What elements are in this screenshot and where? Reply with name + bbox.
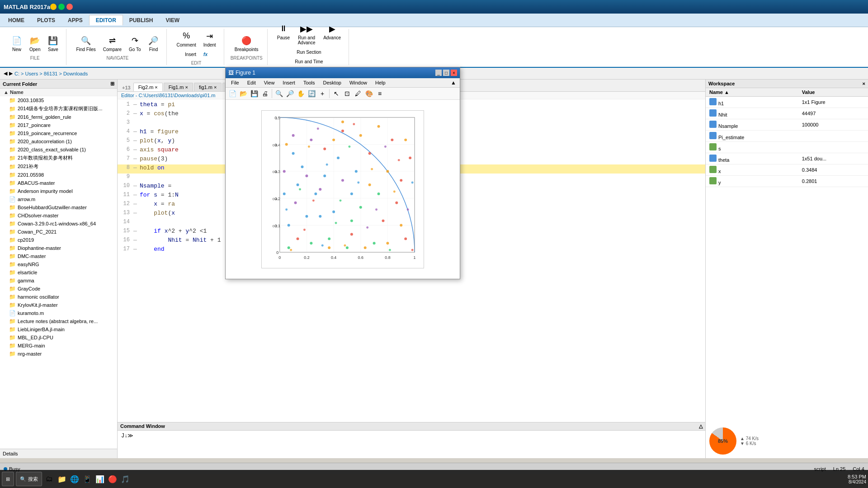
editor-tab-fig1[interactable]: Fig1.m × <box>164 83 193 91</box>
file-item[interactable]: Lecture notes (abstract algebra, re... <box>0 317 117 325</box>
file-item[interactable]: Diophantine-master <box>0 244 117 252</box>
file-item[interactable]: KrylovKit.jl-master <box>0 301 117 309</box>
start-button[interactable]: ⊞ <box>2 472 14 486</box>
comment-button[interactable]: % Comment <box>173 29 199 49</box>
fig-menu-edit[interactable]: Edit <box>244 79 259 86</box>
advance-button[interactable]: ▶ Advance <box>320 22 344 47</box>
fig-menu-view[interactable]: View <box>260 79 278 86</box>
file-item[interactable]: 2020_class_exact_solvable (1) <box>0 145 117 154</box>
compare-button[interactable]: ⇌ Compare <box>100 33 125 54</box>
tab-plots[interactable]: PLOTS <box>31 15 61 25</box>
fig-tool-legend[interactable]: ≡ <box>375 89 385 99</box>
fig-menu-desktop[interactable]: Desktop <box>320 79 345 86</box>
fig-menu-file[interactable]: File <box>227 79 243 86</box>
ws-row-x[interactable]: x 0.3484 <box>706 164 868 176</box>
file-item[interactable]: GrayCode <box>0 285 117 293</box>
open-button[interactable]: 📂 Open <box>26 33 43 54</box>
fig-maximize-button[interactable]: □ <box>443 70 449 76</box>
tab-editor[interactable]: EDITOR <box>89 15 123 25</box>
fig-menu-tools[interactable]: Tools <box>300 79 319 86</box>
ws-row-nhit[interactable]: Nhit 44497 <box>706 108 868 119</box>
search-button[interactable]: 🔍 搜索 <box>16 472 42 486</box>
fig-menu-help[interactable]: Help <box>372 79 389 86</box>
fig-tool-pan[interactable]: ✋ <box>296 89 306 99</box>
file-item[interactable]: cp2019 <box>0 236 117 244</box>
file-item[interactable]: 2020_autocorrelation (1) <box>0 137 117 145</box>
fig-titlebar[interactable]: 🖼 Figure 1 _ □ × <box>226 67 460 78</box>
fig-tool-select[interactable]: ⊡ <box>342 89 352 99</box>
file-item[interactable]: easyNRG <box>0 260 117 268</box>
ws-row-pi-estimate[interactable]: Pi_estimate <box>706 131 868 142</box>
fx-button[interactable]: fx <box>200 50 211 59</box>
insert-button[interactable]: Insert <box>182 50 199 59</box>
file-item[interactable]: 2201.05598 <box>0 171 117 179</box>
run-section-button[interactable]: Run Section <box>293 48 324 56</box>
file-item[interactable]: 2019_poincare_recurrence <box>0 129 117 137</box>
go-to-button[interactable]: ↷ Go To <box>126 33 144 54</box>
file-item[interactable]: 2003.10835 <box>0 96 117 104</box>
find-files-button[interactable]: 🔍 Find Files <box>73 33 99 54</box>
file-item[interactable]: 2021补考 <box>0 162 117 171</box>
nav-back-icon[interactable]: ◀ <box>4 70 7 76</box>
editor-tab-fig2[interactable]: Fig2.m × <box>133 83 163 91</box>
run-and-advance-button[interactable]: ▶▶ Run and Advance <box>294 22 319 47</box>
tab-apps[interactable]: APPS <box>61 15 89 25</box>
file-item[interactable]: gamma <box>0 277 117 285</box>
nav-forward-icon[interactable]: ▶ <box>9 70 13 76</box>
chrome-button[interactable]: 🌐 <box>69 474 80 484</box>
fig-tool-open[interactable]: 📂 <box>238 89 248 99</box>
pause-button[interactable]: ⏸ Pause <box>274 22 293 47</box>
app-icon-1[interactable]: 📱 <box>82 474 93 484</box>
file-item[interactable]: MERG-main <box>0 342 117 350</box>
file-item[interactable]: Cowan_PC_2021 <box>0 228 117 236</box>
fig-tool-rotate[interactable]: 🔄 <box>307 89 316 99</box>
fig-close-button[interactable]: × <box>451 70 457 76</box>
file-item[interactable]: 2016_fermi_golden_rule <box>0 113 117 121</box>
fig-tool-zoom-in[interactable]: 🔍 <box>274 89 284 99</box>
file-item[interactable]: MBL_ED.jl-CPU <box>0 333 117 342</box>
file-item[interactable]: CHDsolver-master <box>0 211 117 220</box>
tab-view[interactable]: VIEW <box>160 15 186 25</box>
file-explorer-button[interactable]: 📁 <box>57 474 67 484</box>
file-item[interactable]: kuramoto.m <box>0 309 117 317</box>
close-button[interactable] <box>66 4 73 10</box>
task-view-button[interactable]: 🗂 <box>44 474 55 484</box>
cmd-expand-icon[interactable]: △ <box>699 423 703 429</box>
indent-button[interactable]: ⇥ Indent <box>200 29 219 49</box>
fig-menu-window[interactable]: Window <box>346 79 371 86</box>
maximize-button[interactable] <box>58 4 65 10</box>
fig-tool-save[interactable]: 💾 <box>249 89 259 99</box>
cmd-content[interactable]: J↓≫ <box>118 431 705 458</box>
fig-menu-insert[interactable]: Insert <box>279 79 299 86</box>
file-item[interactable]: Cowan-3.29.0-rc1-windows-x86_64 <box>0 220 117 228</box>
file-item[interactable]: 2014级各专业培养方案课程纲要旧版... <box>0 104 117 113</box>
ws-row-h1[interactable]: h1 1x1 Figure <box>706 97 868 108</box>
breakpoints-button[interactable]: 🔴 Breakpoints <box>231 33 262 54</box>
file-item[interactable]: arrow.m <box>0 195 117 203</box>
find-button[interactable]: 🔎 Find <box>145 33 162 54</box>
editor-tab-fig1b[interactable]: fig1.m × <box>194 83 222 91</box>
file-item[interactable]: DMC-master <box>0 252 117 260</box>
app-icon-3[interactable]: 🔴 <box>107 474 118 484</box>
tab-home[interactable]: HOME <box>2 15 31 25</box>
app-icon-4[interactable]: 🎵 <box>120 474 131 484</box>
fig-tool-colorbar[interactable]: 🎨 <box>364 89 374 99</box>
ws-row-y[interactable]: y 0.2801 <box>706 176 868 187</box>
new-button[interactable]: 📄 New <box>8 33 25 54</box>
run-and-time-button[interactable]: Run and Time <box>292 57 326 66</box>
fig-tool-datacursor[interactable]: + <box>317 89 327 99</box>
ws-row-nsample[interactable]: Nsample 100000 <box>706 119 868 131</box>
fig-expand-icon[interactable]: ▲ <box>449 79 458 87</box>
file-item[interactable]: ABACUS-master <box>0 179 117 187</box>
file-item[interactable]: 2017_poincare <box>0 121 117 129</box>
file-panel-expand-icon[interactable]: ⊞ <box>110 81 114 87</box>
ws-row-theta[interactable]: theta 1x51 dou... <box>706 153 868 164</box>
fig-tool-print[interactable]: 🖨 <box>260 89 270 99</box>
file-item[interactable]: 21年数填报相关参考材料 <box>0 154 117 162</box>
file-item-anderson[interactable]: Anderson impurity model <box>0 187 117 195</box>
fig-tool-arrow[interactable]: ↖ <box>331 89 341 99</box>
ws-row-s[interactable]: s <box>706 142 868 153</box>
fig-tool-zoom-out[interactable]: 🔎 <box>285 89 295 99</box>
fig-tool-brush[interactable]: 🖊 <box>353 89 363 99</box>
fig-tool-new[interactable]: 📄 <box>227 89 237 99</box>
